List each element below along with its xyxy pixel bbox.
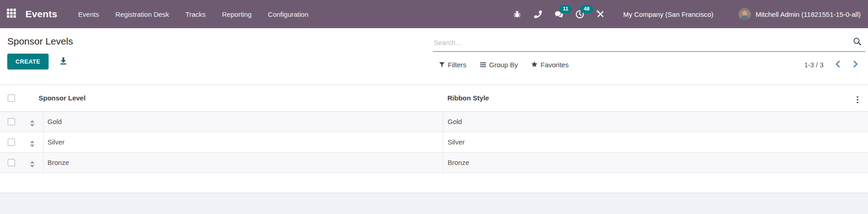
phone-icon[interactable] bbox=[532, 8, 543, 20]
user-avatar bbox=[739, 8, 751, 20]
favorites-menu[interactable]: Favorites bbox=[531, 61, 569, 69]
navbar-systray: 11 48 bbox=[511, 8, 606, 20]
row-checkbox[interactable] bbox=[8, 159, 15, 166]
cell-sponsor-level[interactable]: Gold bbox=[43, 111, 443, 132]
search-box bbox=[433, 35, 865, 52]
vertical-ellipsis-icon[interactable] bbox=[855, 95, 860, 105]
user-menu[interactable]: Mitchell Admin (11821551-15-0-all) bbox=[739, 8, 861, 20]
pager-next-button[interactable] bbox=[852, 60, 859, 70]
chevron-left-icon bbox=[835, 60, 840, 69]
pager-previous-button[interactable] bbox=[834, 60, 841, 70]
drag-handle-icon[interactable] bbox=[30, 140, 35, 147]
menu-item-configuration[interactable]: Configuration bbox=[260, 0, 317, 28]
download-icon bbox=[60, 57, 67, 66]
row-checkbox-cell bbox=[0, 132, 22, 152]
pager-range-label[interactable]: 1-3 / 3 bbox=[804, 61, 823, 69]
table-row-silver[interactable]: Silver Silver bbox=[0, 132, 868, 152]
cell-ribbon-style[interactable]: Silver bbox=[443, 132, 868, 152]
messages-chat-icon[interactable]: 11 bbox=[553, 8, 564, 20]
drag-handle-icon[interactable] bbox=[30, 161, 35, 168]
filters-label: Filters bbox=[448, 61, 466, 69]
top-navbar: Events Events Registration Desk Tracks R… bbox=[0, 0, 868, 28]
messages-count-badge: 11 bbox=[559, 5, 572, 13]
row-checkbox[interactable] bbox=[8, 139, 15, 146]
export-button[interactable] bbox=[60, 57, 67, 66]
app-menu: Events Registration Desk Tracks Reportin… bbox=[70, 0, 317, 28]
column-header-ribbon-style[interactable]: Ribbon Style bbox=[443, 85, 855, 111]
group-by-bars-icon bbox=[480, 61, 486, 69]
favorites-label: Favorites bbox=[541, 61, 569, 69]
activities-count-badge: 48 bbox=[580, 5, 593, 13]
column-header-sponsor-level[interactable]: Sponsor Level bbox=[22, 85, 443, 111]
table-row-gold[interactable]: Gold Gold bbox=[0, 111, 868, 132]
cell-sponsor-level[interactable]: Bronze bbox=[43, 152, 443, 173]
group-by-menu[interactable]: Group By bbox=[480, 61, 518, 69]
select-all-checkbox[interactable] bbox=[8, 95, 15, 102]
row-handle-cell bbox=[22, 111, 43, 132]
row-handle-cell bbox=[22, 152, 43, 173]
filters-menu[interactable]: Filters bbox=[439, 61, 466, 69]
navbar-right-section: 11 48 My Company (San Francisco) bbox=[511, 8, 861, 20]
menu-item-reporting[interactable]: Reporting bbox=[214, 0, 260, 28]
search-submit-button[interactable] bbox=[853, 37, 862, 47]
company-switcher[interactable]: My Company (San Francisco) bbox=[623, 10, 713, 18]
header-checkbox-cell bbox=[0, 85, 22, 111]
favorites-star-icon bbox=[531, 61, 537, 69]
table-row-bronze[interactable]: Bronze Bronze bbox=[0, 152, 868, 173]
row-checkbox[interactable] bbox=[8, 118, 15, 125]
search-input[interactable] bbox=[434, 39, 852, 46]
menu-item-events[interactable]: Events bbox=[70, 0, 107, 28]
menu-item-tracks[interactable]: Tracks bbox=[177, 0, 213, 28]
pager: 1-3 / 3 bbox=[804, 60, 865, 70]
optional-columns-cell bbox=[855, 85, 868, 111]
group-by-label: Group By bbox=[489, 61, 518, 69]
filter-funnel-icon bbox=[439, 61, 445, 69]
table-empty-space bbox=[0, 173, 868, 193]
control-panel: Sponsor Levels CREATE bbox=[0, 28, 868, 85]
row-checkbox-cell bbox=[0, 152, 22, 173]
search-icon bbox=[853, 40, 862, 47]
chevron-right-icon bbox=[853, 60, 858, 69]
cell-ribbon-style[interactable]: Gold bbox=[443, 111, 868, 132]
control-panel-right: Filters Group By F bbox=[433, 28, 868, 85]
page-title-breadcrumb: Sponsor Levels bbox=[7, 36, 433, 47]
sponsor-levels-table: Sponsor Level Ribbon Style Gold Gold bbox=[0, 85, 868, 173]
row-handle-cell bbox=[22, 132, 43, 152]
row-checkbox-cell bbox=[0, 111, 22, 132]
cell-sponsor-level[interactable]: Silver bbox=[43, 132, 443, 152]
drag-handle-icon[interactable] bbox=[30, 120, 35, 127]
cell-ribbon-style[interactable]: Bronze bbox=[443, 152, 868, 173]
user-name-label: Mitchell Admin (11821551-15-0-all) bbox=[755, 10, 861, 18]
apps-menu-button[interactable] bbox=[0, 0, 23, 28]
menu-item-registration-desk[interactable]: Registration Desk bbox=[107, 0, 177, 28]
debug-bug-icon[interactable] bbox=[511, 8, 522, 20]
activities-clock-icon[interactable]: 48 bbox=[574, 8, 585, 20]
app-brand-title: Events bbox=[25, 9, 57, 20]
apps-grid-icon bbox=[7, 9, 16, 20]
create-button[interactable]: CREATE bbox=[7, 54, 49, 70]
control-panel-left: Sponsor Levels CREATE bbox=[0, 28, 433, 85]
support-tools-icon[interactable] bbox=[595, 8, 606, 20]
table-header-row: Sponsor Level Ribbon Style bbox=[0, 85, 868, 111]
search-options-row: Filters Group By F bbox=[433, 60, 865, 70]
